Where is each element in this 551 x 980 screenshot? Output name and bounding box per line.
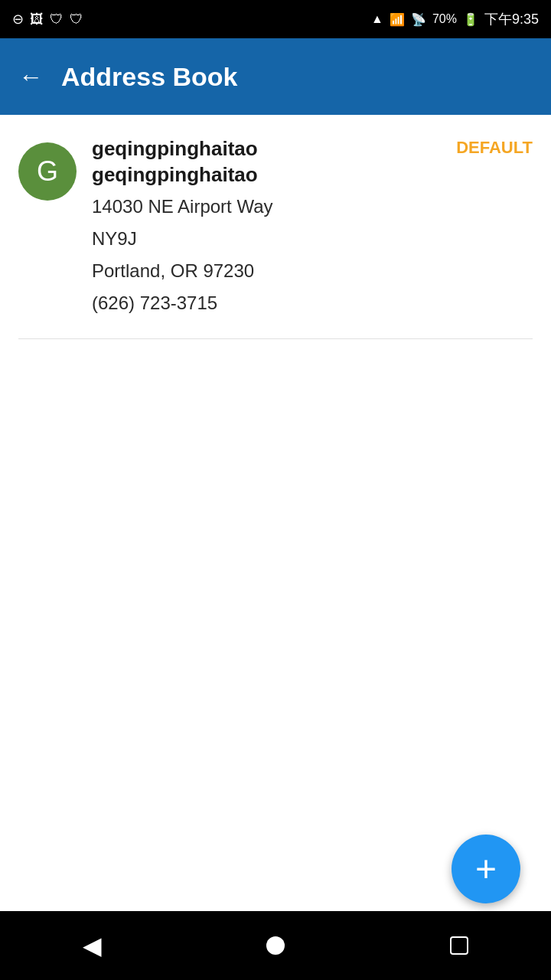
top-app-bar: ← Address Book xyxy=(0,38,551,115)
address-line-2: NY9J xyxy=(92,225,533,253)
status-time: 下午9:35 xyxy=(484,10,539,28)
address-entry[interactable]: G geqingpinghaitao geqingpinghaitao DEFA… xyxy=(0,115,551,338)
back-nav-button[interactable]: ◀ xyxy=(83,931,102,960)
contact-name-line2: geqingpinghaitao xyxy=(92,163,258,186)
wifi-icon: 📶 xyxy=(390,12,405,27)
phone-number: (626) 723-3715 xyxy=(92,289,533,317)
status-bar: ⊖ 🖼 🛡 🛡 ▲ 📶 📡 70% 🔋 下午9:35 xyxy=(0,0,551,38)
status-right-info: ▲ 📶 📡 70% 🔋 下午9:35 xyxy=(371,10,539,28)
plus-icon: + xyxy=(475,851,497,887)
contact-name: geqingpinghaitao geqingpinghaitao xyxy=(92,136,447,188)
status-left-icons: ⊖ 🖼 🛡 🛡 xyxy=(12,11,83,28)
contact-name-line1: geqingpinghaitao xyxy=(92,137,258,160)
avatar-letter: G xyxy=(37,155,58,188)
network-icon: 📡 xyxy=(411,12,426,27)
recents-nav-button[interactable] xyxy=(450,936,468,955)
avatar: G xyxy=(18,142,77,201)
add-button[interactable]: + xyxy=(452,835,520,903)
battery-text: 70% xyxy=(432,12,457,26)
minus-icon: ⊖ xyxy=(12,11,24,28)
address-info: geqingpinghaitao geqingpinghaitao DEFAUL… xyxy=(92,136,533,317)
battery-icon: 🔋 xyxy=(463,12,478,27)
shield-icon-2: 🛡 xyxy=(70,11,83,28)
bottom-nav-bar: ◀ xyxy=(0,911,551,980)
signal-icon: ▲ xyxy=(371,12,383,26)
home-nav-button[interactable] xyxy=(266,936,285,955)
back-button[interactable]: ← xyxy=(18,64,43,89)
page-title: Address Book xyxy=(61,62,238,92)
address-line-1: 14030 NE Airport Way xyxy=(92,193,533,220)
address-header: geqingpinghaitao geqingpinghaitao DEFAUL… xyxy=(92,136,533,188)
divider xyxy=(18,338,533,339)
photo-icon: 🖼 xyxy=(30,11,44,28)
address-line-3: Portland, OR 97230 xyxy=(92,257,533,285)
shield-icon-1: 🛡 xyxy=(50,11,64,28)
default-badge: DEFAULT xyxy=(456,138,533,158)
